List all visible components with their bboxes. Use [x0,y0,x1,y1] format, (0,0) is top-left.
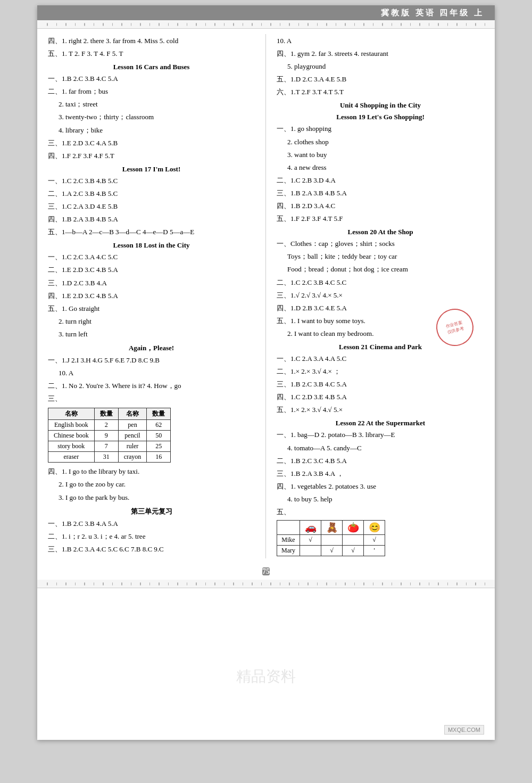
r-line-33: 五、 [277,506,484,518]
table-row: Chinese book 9 pencil 50 [48,431,171,441]
l-line-10: 一、1.C 2.C 3.B 4.B 5.C [48,175,255,187]
l-line-4: 二、1. far from；bus [48,86,255,97]
l-line-29: 一、1.B 2.C 3.B 4.A 5.A [48,518,255,530]
five-table-row-mike: Mike √ √ [277,535,385,546]
table-cell: 62 [147,420,171,431]
r-line-10: 二、1.C 2.B 3.D 4.A [277,175,484,186]
r-line-6: 一、1. go shopping [277,123,484,135]
l-section-unit3review: 第三单元复习 [48,507,255,516]
r-line-30: 三、1.B 2.A 3.B 4.A ， [277,468,484,480]
five-table-cell [277,521,300,535]
five-table-val: √ [364,535,385,546]
l-line-8: 三、1.E 2.D 3.C 4.A 5.B [48,137,255,149]
l-line-6: 3. twenty-two；thirty；classroom [48,111,255,123]
r-line-7: 2. clothes shop [277,136,484,148]
r-line-27: 一、1. bag—D 2. potato—B 3. library—E [277,429,484,441]
table-cell: 9 [94,431,118,441]
l-line-15: 一、1.C 2.C 3.A 4.C 5.C [48,251,255,263]
r-line-29: 二、1.B 2.C 3.C 4.B 5.A [277,455,484,467]
table-cell: ruler [118,441,147,452]
l-line-7: 4. library；bike [48,125,255,136]
r-line-8: 3. want to buy [277,149,484,161]
l-line-22: 一、1.J 2.I 3.H 4.G 5.F 6.E 7.D 8.C 9.B [48,355,255,366]
r-line-3: 5. playground [277,61,484,72]
table-header-name2: 名称 [118,408,147,420]
l-line-16: 二、1.E 2.D 3.C 4.B 5.A [48,264,255,276]
l-section-lesson16: Lesson 16 Cars and Buses [48,63,255,71]
watermark: 精品资料 [236,666,296,687]
r-line-13: 五、1.F 2.F 3.F 4.T 5.F [277,213,484,225]
table-cell: pencil [118,431,147,441]
r-line-16: Food；bread；donut；hot dog；ice cream [277,263,484,275]
r-line-26: 五、1.× 2.× 3.√ 4.√ 5.× [277,404,484,416]
r-line-14: 一、Clothes：cap；gloves；shirt；socks [277,238,484,250]
l-line-28: 3. I go to the park by bus. [48,492,255,504]
table-cell: 25 [147,441,171,452]
dots-row-bottom [37,580,495,588]
r-line-2: 四、1. gym 2. far 3. streets 4. restaurant [277,48,484,60]
l-line-12: 三、1.C 2.A 3.D 4.E 5.B [48,201,255,212]
table-cell: eraser [48,452,95,463]
logo-watermark: MXQE.COM [444,725,484,735]
header-title: 冀教版 英语 四年级 上 [381,8,484,18]
l-line-23: 10. A [48,367,255,379]
r-line-15: Toys；ball；kite；teddy bear；toy car [277,251,484,262]
l-line-24: 二、1. No 2. You're 3. Where is it? 4. How… [48,380,255,392]
l-line-2: 五、1. T 2. F 3. T 4. F 5. T [48,48,255,60]
table-cell: crayon [118,452,147,463]
page-number-wrapper: 75 [37,566,495,578]
five-table-val: √ [300,535,321,546]
table-header-qty1: 数量 [94,408,118,420]
r-line-18: 三、1.√ 2.√ 3.√ 4.× 5.× [277,290,484,301]
r-line-5: 六、1.T 2.F 3.T 4.T 5.T [277,86,484,98]
table-cell: 16 [147,452,171,463]
table-cell: 31 [94,452,118,463]
r-line-28: 4. tomato—A 5. candy—C [277,442,484,454]
header-bar: 冀教版 英语 四年级 上 [37,5,495,20]
r-line-22: 一、1.C 2.A 3.A 4.A 5.C [277,353,484,365]
l-line-3: 一、1.B 2.C 3.B 4.C 5.A [48,73,255,85]
page-number: 75 [262,567,270,575]
five-table-val: √ [343,546,364,556]
five-table-name-mike: Mike [277,535,300,546]
five-table-val [300,546,321,556]
r-line-31: 四、1. vegetables 2. potatoes 3. use [277,481,484,492]
l-line-9: 四、1.F 2.F 3.F 4.F 5.T [48,150,255,162]
table-cell: story book [48,441,95,452]
l-line-5: 2. taxi；street [48,98,255,110]
table-cell: pen [118,420,147,431]
l-line-31: 三、1.B 2.C 3.A 4.C 5.C 6.C 7.B 8.C 9.C [48,543,255,555]
answer-table: 名称 数量 名称 数量 English book 2 pen 62 Chines… [48,408,171,463]
table-cell: English book [48,420,95,431]
l-section-lesson18: Lesson 18 Lost in the City [48,241,255,250]
right-column: 10. A 四、1. gym 2. far 3. streets 4. rest… [266,34,484,558]
table-row: English book 2 pen 62 [48,420,171,431]
five-table-row-mary: Mary √ √ ' [277,546,385,556]
table-row: eraser 31 crayon 16 [48,452,171,463]
five-table-cell-emoji: 😊 [364,521,385,535]
five-table-cell-tomato: 🍅 [343,521,364,535]
five-answer-table: 🚗 🧸 🍅 😊 Mike √ √ Mary [277,520,385,556]
r-line-23: 二、1.× 2.× 3.√ 4.× ； [277,366,484,377]
table-cell: 2 [94,420,118,431]
table-row: story book 7 ruler 25 [48,441,171,452]
table-cell: 7 [94,441,118,452]
l-line-26: 四、1. I go to the library by taxi. [48,466,255,477]
r-line-24: 三、1.B 2.C 3.B 4.C 5.A [277,378,484,390]
table-cell: 50 [147,431,171,441]
l-line-17: 三、1.D 2.C 3.B 4.A [48,277,255,289]
l-line-30: 二、1. i；r 2. u 3. i；e 4. ar 5. tree [48,531,255,542]
l-line-21: 3. turn left [48,328,255,340]
r-line-11: 三、1.B 2.A 3.B 4.B 5.A [277,187,484,199]
r-section-lesson19: Lesson 19 Let's Go Shopping! [277,113,484,121]
r-line-1: 10. A [277,35,484,47]
l-line-19: 五、1. Go straight [48,303,255,315]
l-line-18: 四、1.E 2.D 3.C 4.B 5.A [48,290,255,302]
table-cell: Chinese book [48,431,95,441]
l-line-13: 四、1.B 2.A 3.B 4.B 5.A [48,213,255,225]
page: 冀教版 英语 四年级 上 四、1. right 2. there 3. far … [37,5,495,740]
table-header-qty2: 数量 [147,408,171,420]
l-line-11: 二、1.A 2.C 3.B 4.B 5.C [48,188,255,200]
l-line-25: 三、 [48,393,255,405]
r-section-lesson20: Lesson 20 At the Shop [277,228,484,236]
